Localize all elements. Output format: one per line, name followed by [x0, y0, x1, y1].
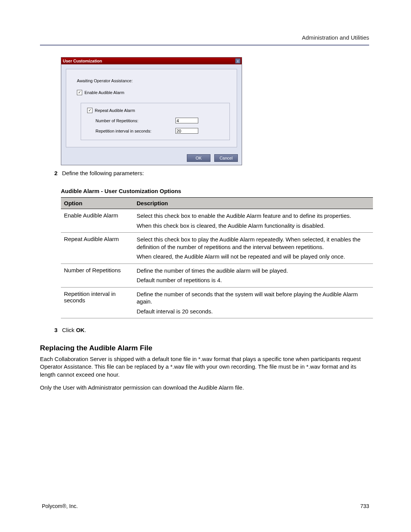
desc-para: Select this check box to play the Audibl…	[137, 236, 370, 251]
options-table-header: Option Description	[61, 198, 373, 209]
step-3-text: Click OK.	[62, 327, 86, 333]
desc-para: Default interval is 20 seconds.	[137, 308, 370, 315]
table-title: Audible Alarm - User Customization Optio…	[61, 188, 369, 194]
step-3-bold: OK	[76, 327, 85, 333]
awaiting-operator-label: Awaiting Operator Assistance:	[77, 78, 230, 83]
options-table: Option Description Enable Audible Alarm …	[61, 197, 373, 318]
step-3-suffix: .	[84, 327, 86, 333]
option-cell: Repetition interval in seconds	[61, 287, 134, 318]
num-repetitions-input[interactable]	[175, 118, 198, 123]
repeat-audible-alarm-label: Repeat Audible Alarm	[95, 108, 135, 113]
desc-cell: Define the number of times the audible a…	[134, 264, 373, 287]
option-cell: Number of Repetitions	[61, 264, 134, 287]
step-2-text: Define the following parameters:	[62, 170, 144, 176]
table-row: Repeat Audible Alarm Select this check b…	[61, 233, 373, 264]
desc-cell: Define the number of seconds that the sy…	[134, 287, 373, 318]
page-footer: Polycom®, Inc. 733	[42, 503, 369, 509]
table-row: Repetition interval in seconds Define th…	[61, 287, 373, 318]
step-3-prefix: Click	[62, 327, 76, 333]
desc-para: Define the number of seconds that the sy…	[137, 291, 370, 305]
desc-cell: Select this check box to enable the Audi…	[134, 209, 373, 233]
user-customization-dialog: User Customization x Awaiting Operator A…	[61, 57, 242, 165]
dialog-title: User Customization	[63, 59, 102, 63]
section-paragraph-2: Only the User with Administrator permiss…	[40, 384, 369, 391]
enable-audible-alarm-checkbox[interactable]: ✓	[77, 90, 82, 95]
repeat-panel: ✓ Repeat Audible Alarm Number of Repetit…	[81, 103, 230, 140]
num-repetitions-row: Number of Repetitions:	[96, 118, 223, 123]
desc-para: When this check box is cleared, the Audi…	[137, 222, 370, 230]
step-2-number: 2	[51, 170, 57, 176]
desc-cell: Select this check box to play the Audibl…	[134, 233, 373, 264]
step-3-number: 3	[51, 327, 57, 333]
enable-audible-alarm-label: Enable Audible Alarm	[84, 90, 124, 95]
table-row: Enable Audible Alarm Select this check b…	[61, 209, 373, 233]
section-paragraph-1: Each Collaboration Server is shipped wit…	[40, 355, 369, 379]
close-icon[interactable]: x	[235, 58, 241, 64]
header-separator	[40, 45, 369, 46]
table-row: Number of Repetitions Define the number …	[61, 264, 373, 287]
dialog-button-bar: OK Cancel	[61, 152, 242, 165]
repeat-audible-alarm-checkbox[interactable]: ✓	[87, 108, 92, 113]
option-cell: Repeat Audible Alarm	[61, 233, 134, 264]
column-description: Description	[134, 198, 373, 209]
dialog-main-panel: Awaiting Operator Assistance: ✓ Enable A…	[66, 69, 237, 147]
desc-para: Select this check box to enable the Audi…	[137, 212, 370, 220]
desc-para: Define the number of times the audible a…	[137, 267, 370, 275]
desc-para: When cleared, the Audible Alarm will not…	[137, 253, 370, 260]
page-header-right: Administration and Utilities	[40, 34, 369, 41]
step-2: 2 Define the following parameters:	[51, 170, 369, 176]
footer-right: 733	[360, 503, 369, 509]
dialog-body: Awaiting Operator Assistance: ✓ Enable A…	[61, 64, 242, 152]
section-heading: Replacing the Audible Alarm File	[40, 344, 369, 352]
enable-audible-alarm-row: ✓ Enable Audible Alarm	[77, 90, 230, 95]
step-3: 3 Click OK.	[51, 327, 369, 333]
dialog-titlebar: User Customization x	[61, 58, 242, 64]
desc-para: Default number of repetitions is 4.	[137, 276, 370, 284]
cancel-button[interactable]: Cancel	[214, 154, 238, 162]
ok-button[interactable]: OK	[187, 154, 210, 162]
num-repetitions-label: Number of Repetitions:	[96, 118, 175, 123]
footer-left: Polycom®, Inc.	[42, 503, 78, 509]
option-cell: Enable Audible Alarm	[61, 209, 134, 233]
repeat-audible-alarm-row: ✓ Repeat Audible Alarm	[87, 108, 223, 113]
column-option: Option	[61, 198, 134, 209]
interval-label: Repetition interval in seconds:	[96, 129, 175, 133]
interval-input[interactable]	[175, 128, 198, 134]
interval-row: Repetition interval in seconds:	[96, 128, 223, 134]
